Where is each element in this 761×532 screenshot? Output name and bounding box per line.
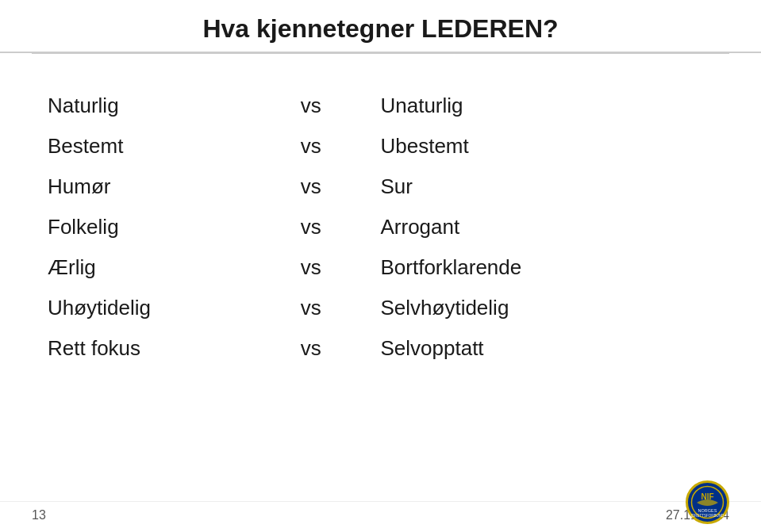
right-term: Sur: [380, 166, 713, 207]
table-row: Rett fokusvsSelvopptatt: [48, 328, 713, 369]
vs-separator: vs: [301, 86, 381, 126]
vs-separator: vs: [301, 288, 381, 328]
vs-separator: vs: [301, 126, 381, 166]
footer: 13 27.11.2014 NIF NORGES IDRETTSFORBUND: [0, 501, 761, 532]
right-term: Unaturlig: [380, 86, 713, 126]
vs-separator: vs: [301, 247, 381, 288]
table-row: UhøytideligvsSelvhøytidelig: [48, 288, 713, 328]
left-term: Uhøytidelig: [48, 288, 301, 328]
comparison-table: NaturligvsUnaturligBestemtvsUbestemtHumø…: [48, 86, 713, 369]
table-row: HumørvsSur: [48, 166, 713, 207]
right-term: Ubestemt: [380, 126, 713, 166]
table-row: ÆrligvsBortforklarende: [48, 247, 713, 288]
svg-text:NORGES: NORGES: [698, 508, 717, 513]
title-section: Hva kjennetegner LEDEREN?: [0, 0, 761, 53]
slide: Hva kjennetegner LEDEREN? NaturligvsUnat…: [0, 0, 761, 532]
table-row: NaturligvsUnaturlig: [48, 86, 713, 126]
right-term: Selvhøytidelig: [380, 288, 713, 328]
left-term: Naturlig: [48, 86, 301, 126]
left-term: Ærlig: [48, 247, 301, 288]
slide-title: Hva kjennetegner LEDEREN?: [32, 14, 729, 44]
right-term: Arrogant: [380, 207, 713, 247]
right-term: Selvopptatt: [380, 328, 713, 369]
vs-separator: vs: [301, 328, 381, 369]
left-term: Folkelig: [48, 207, 301, 247]
vs-separator: vs: [301, 207, 381, 247]
table-row: FolkeligvsArrogant: [48, 207, 713, 247]
left-term: Rett fokus: [48, 328, 301, 369]
table-row: BestemtvsUbestemt: [48, 126, 713, 166]
vs-separator: vs: [301, 166, 381, 207]
page-number: 13: [32, 508, 46, 522]
left-term: Bestemt: [48, 126, 301, 166]
nif-logo: NIF NORGES IDRETTSFORBUND: [686, 480, 729, 524]
content-area: NaturligvsUnaturligBestemtvsUbestemtHumø…: [0, 54, 761, 501]
right-term: Bortforklarende: [380, 247, 713, 288]
left-term: Humør: [48, 166, 301, 207]
svg-text:IDRETTSFORBUND: IDRETTSFORBUND: [691, 514, 724, 518]
